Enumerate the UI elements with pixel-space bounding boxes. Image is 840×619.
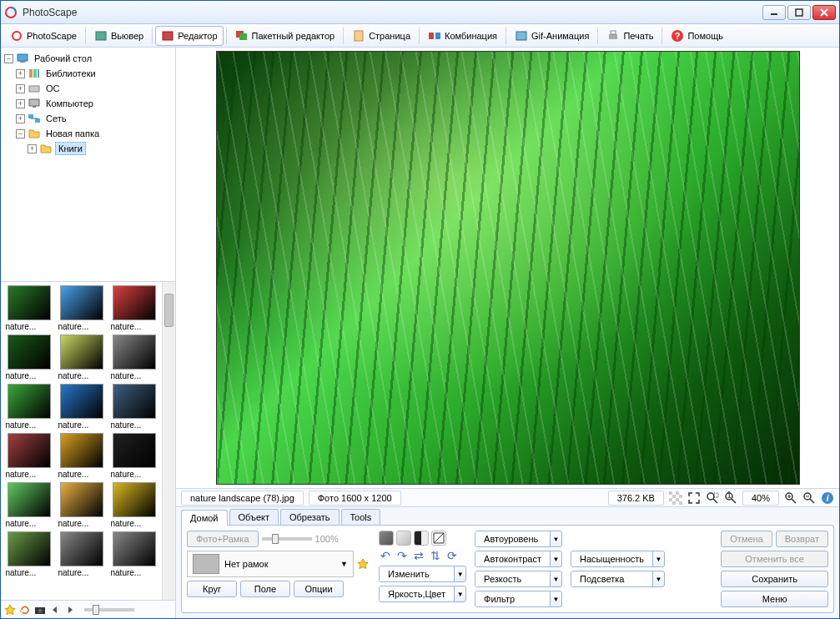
zoom-out-icon[interactable] — [802, 491, 816, 505]
prev-icon[interactable] — [49, 604, 61, 616]
thumbnail-item[interactable]: nature... — [109, 531, 158, 577]
tab-combine[interactable]: Комбинация — [422, 26, 503, 46]
thumbnail-item[interactable]: nature... — [4, 384, 53, 430]
tab-print[interactable]: Печать — [601, 26, 659, 46]
rotate-left-icon[interactable]: ↶ — [379, 549, 392, 562]
thumbnail-grid[interactable]: nature...nature...nature...nature...natu… — [1, 282, 162, 600]
expander-icon[interactable]: + — [16, 84, 25, 93]
slider-knob[interactable] — [93, 605, 99, 615]
thumbnail-item[interactable]: nature... — [4, 335, 53, 380]
slider-knob[interactable] — [272, 534, 279, 544]
editor-tab-crop[interactable]: Обрезать — [280, 509, 340, 525]
flip-h-icon[interactable]: ⇄ — [412, 549, 425, 562]
thumbnail-item[interactable]: nature... — [57, 384, 106, 430]
save-button[interactable]: Сохранить — [721, 571, 828, 587]
star-icon[interactable] — [4, 604, 16, 616]
thumbnail-item[interactable]: nature... — [109, 482, 158, 528]
tab-page[interactable]: Страница — [346, 26, 416, 46]
folder-tree[interactable]: − Рабочий стол + Библиотеки + ОС + — [1, 48, 175, 281]
minimize-button[interactable] — [762, 5, 786, 20]
tab-help[interactable]: ?Помощь — [665, 26, 729, 46]
undo-all-button[interactable]: Отменить все — [721, 551, 828, 567]
thumbnail-item[interactable]: nature... — [4, 531, 53, 577]
thumbnail-item[interactable]: nature... — [4, 433, 53, 479]
tab-editor[interactable]: Редактор — [155, 26, 223, 46]
expander-icon[interactable]: + — [16, 99, 25, 108]
autocontrast-button[interactable]: Автоконтраст▼ — [475, 551, 562, 567]
maximize-button[interactable] — [787, 5, 811, 20]
autolevel-button[interactable]: Автоуровень▼ — [475, 531, 562, 547]
fit-screen-icon[interactable] — [687, 491, 701, 505]
scrollbar-handle[interactable] — [164, 294, 174, 327]
rotate-icon[interactable] — [19, 604, 31, 616]
zoom-area-icon[interactable] — [706, 491, 719, 505]
thumbnail-item[interactable]: nature... — [109, 384, 158, 430]
thumbnail-item[interactable]: nature... — [57, 335, 106, 380]
camera-icon[interactable] — [34, 604, 46, 616]
expander-icon[interactable]: + — [16, 69, 25, 78]
resize-button[interactable]: Изменить▼ — [379, 566, 466, 582]
bw-icon[interactable] — [414, 531, 429, 546]
transparency-icon[interactable] — [669, 491, 682, 505]
free-rotate-icon[interactable]: ⟳ — [445, 549, 459, 562]
tree-item[interactable]: + Компьютер — [4, 96, 172, 111]
tree-item[interactable]: − Новая папка — [4, 126, 172, 141]
grayscale-icon[interactable] — [396, 531, 411, 546]
expander-icon[interactable]: + — [16, 114, 25, 123]
thumbnail-item[interactable]: nature... — [4, 482, 53, 528]
editor-tab-object[interactable]: Объект — [229, 509, 279, 525]
undo-button[interactable]: Отмена — [721, 531, 772, 547]
field-button[interactable]: Поле — [240, 581, 290, 597]
thumbnail-item[interactable]: nature... — [109, 335, 158, 380]
zoom-in-icon[interactable] — [784, 491, 797, 505]
tab-batch[interactable]: Пакетный редактор — [229, 26, 341, 46]
thumbnail-item[interactable]: nature... — [4, 285, 53, 331]
thumbnail-item[interactable]: nature... — [57, 433, 106, 479]
filter-button[interactable]: Фильтр▼ — [475, 591, 562, 607]
next-icon[interactable] — [64, 604, 76, 616]
expander-icon[interactable]: − — [4, 54, 13, 63]
image-canvas[interactable] — [216, 51, 800, 485]
expander-icon[interactable]: − — [16, 129, 25, 138]
editor-tab-home[interactable]: Домой — [181, 510, 228, 526]
brightness-button[interactable]: Яркость,Цвет▼ — [379, 586, 466, 602]
tree-item[interactable]: + ОС — [4, 81, 172, 96]
thumb-size-slider[interactable] — [84, 608, 134, 611]
tree-item[interactable]: + Библиотеки — [4, 66, 172, 81]
tab-gif[interactable]: Gif-Анимация — [509, 26, 595, 46]
info-icon[interactable]: i — [821, 491, 834, 505]
thumbnail-image — [8, 433, 51, 468]
editor-tab-tools[interactable]: Tools — [341, 509, 381, 525]
sharpen-button[interactable]: Резкость▼ — [475, 571, 562, 587]
close-button[interactable] — [812, 5, 836, 20]
thumbnail-item[interactable]: nature... — [109, 285, 158, 331]
zoom-actual-icon[interactable]: 1 — [724, 491, 737, 505]
thumbnail-scrollbar[interactable] — [162, 282, 175, 600]
thumbnail-item[interactable]: nature... — [57, 285, 106, 331]
expander-icon[interactable]: + — [28, 144, 37, 153]
drive-icon — [28, 82, 41, 95]
invert-icon[interactable] — [431, 531, 446, 546]
frame-slider[interactable] — [262, 537, 312, 541]
star-icon[interactable] — [357, 558, 369, 570]
circle-button[interactable]: Круг — [187, 581, 237, 597]
flip-v-icon[interactable]: ⇅ — [429, 549, 442, 562]
tree-root[interactable]: − Рабочий стол — [4, 51, 172, 66]
tree-item-selected[interactable]: + Книги — [4, 141, 172, 156]
tree-item[interactable]: + Сеть — [4, 111, 172, 126]
thumbnail-label: nature... — [111, 517, 158, 528]
thumbnail-item[interactable]: nature... — [57, 531, 106, 577]
tab-photoscape[interactable]: PhotoScape — [4, 26, 83, 46]
redo-button[interactable]: Возврат — [776, 531, 828, 547]
menu-button[interactable]: Меню — [721, 591, 828, 607]
frame-select[interactable]: Нет рамок ▼ — [187, 551, 354, 577]
thumbnail-item[interactable]: nature... — [57, 482, 106, 528]
sepia-icon[interactable] — [379, 531, 394, 546]
rotate-right-icon[interactable]: ↷ — [395, 549, 409, 562]
backlight-button[interactable]: Подсветка▼ — [571, 571, 665, 587]
saturation-button[interactable]: Насыщенность▼ — [571, 551, 665, 567]
options-button[interactable]: Опции — [294, 581, 344, 597]
tab-viewer[interactable]: Вьювер — [88, 26, 149, 46]
photo-frame-button[interactable]: Фото+Рамка — [187, 531, 259, 547]
thumbnail-item[interactable]: nature... — [109, 433, 158, 479]
